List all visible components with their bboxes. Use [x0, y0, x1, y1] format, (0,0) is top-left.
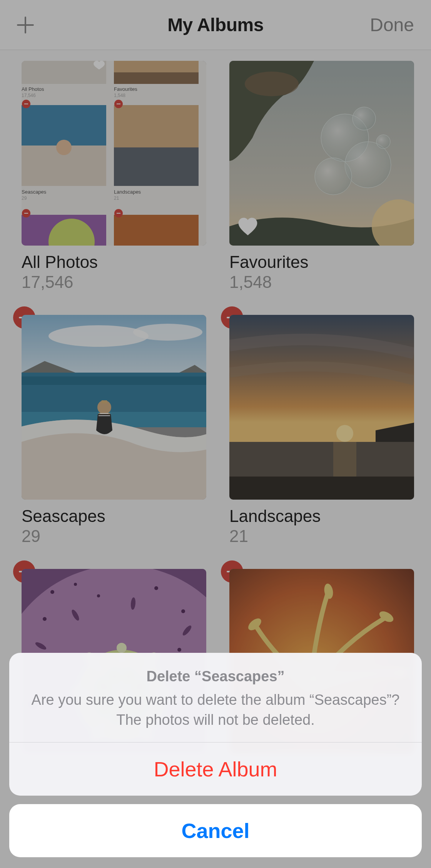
action-sheet: Delete “Seascapes” Are you sure you want…	[9, 653, 422, 857]
action-sheet-card: Delete “Seascapes” Are you sure you want…	[9, 653, 422, 796]
delete-album-button[interactable]: Delete Album	[9, 743, 422, 796]
action-sheet-message: Are you sure you want to delete the albu…	[25, 690, 406, 730]
cancel-button[interactable]: Cancel	[9, 804, 422, 857]
action-sheet-title: Delete “Seascapes”	[25, 668, 406, 685]
action-sheet-header: Delete “Seascapes” Are you sure you want…	[9, 653, 422, 742]
